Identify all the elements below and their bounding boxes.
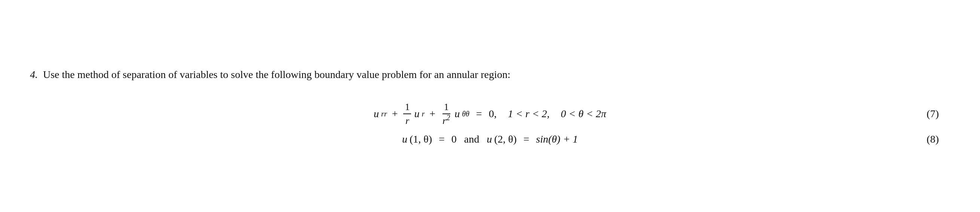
equations-block: urr + 1 r ur + 1 r2 [30, 101, 950, 145]
u-theta-theta: u [455, 108, 460, 120]
page-container: 4. Use the method of separation of varia… [0, 52, 980, 160]
r2-sup: 2 [446, 114, 450, 122]
condition-r: 1 < r < 2, [508, 108, 550, 120]
problem-number: 4. [30, 69, 38, 80]
u-2-theta-args: (2, θ) [494, 133, 517, 145]
eq7-equals: = [476, 108, 482, 120]
eq7-content: urr + 1 r ur + 1 r2 [41, 101, 939, 127]
frac-num-1b: 1 [442, 101, 450, 114]
plus2: + [427, 108, 438, 120]
fraction-1-r: 1 r [403, 101, 411, 127]
eq7-lhs: urr + 1 r ur + 1 r2 [374, 101, 497, 127]
frac-den-r: r [404, 114, 411, 127]
u-1-theta-args: (1, θ) [410, 133, 432, 145]
eq8-zero: 0 [452, 133, 457, 145]
u-2-theta: u [487, 133, 492, 145]
sin-theta-plus-1: sin(θ) + 1 [536, 133, 578, 145]
eq7-zero: 0, [489, 108, 497, 120]
problem-statement: 4. Use the method of separation of varia… [30, 67, 947, 82]
condition-theta: 0 < θ < 2π [561, 108, 606, 120]
u-1-theta: u [402, 133, 407, 145]
eq7-conditions: 1 < r < 2, 0 < θ < 2π [508, 108, 606, 120]
plus1: + [390, 108, 401, 120]
eq8-equals: = [439, 133, 445, 145]
equation-row-7: urr + 1 r ur + 1 r2 [41, 101, 939, 127]
equation-row-8: u(1, θ) = 0 and u(2, θ) = sin(θ) + 1 (8) [41, 133, 939, 145]
and-connector: and [459, 133, 484, 145]
fraction-1-r2: 1 r2 [441, 101, 452, 127]
u-r: u [414, 108, 419, 120]
eq7-number: (7) [926, 108, 939, 120]
eq8-number: (8) [926, 133, 939, 145]
eq8-content: u(1, θ) = 0 and u(2, θ) = sin(θ) + 1 [41, 133, 939, 145]
u-rr: u [374, 108, 379, 120]
eq8-expr: u(1, θ) = 0 and u(2, θ) = sin(θ) + 1 [402, 133, 578, 145]
frac-num-1: 1 [403, 101, 411, 114]
eq8-equals2: = [523, 133, 529, 145]
frac-den-r2: r2 [441, 114, 452, 127]
